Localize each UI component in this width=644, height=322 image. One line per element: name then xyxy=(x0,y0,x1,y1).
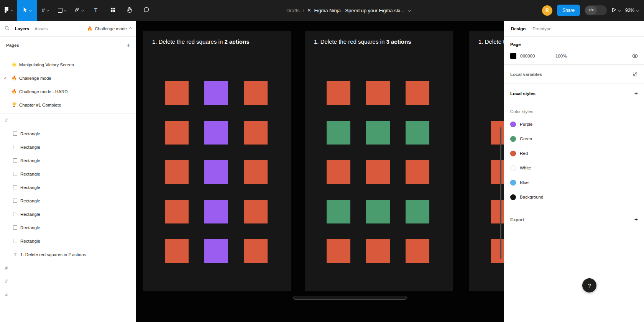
dev-mode-toggle[interactable]: </> xyxy=(585,5,607,15)
color-style-purple[interactable]: Purple xyxy=(510,117,638,131)
canvas-square-green[interactable] xyxy=(366,200,390,223)
tab-assets[interactable]: Assets xyxy=(34,26,48,31)
file-menu-chevron-icon[interactable] xyxy=(408,9,411,12)
chevron-down-icon[interactable] xyxy=(29,8,31,11)
horizontal-scrollbar[interactable] xyxy=(293,296,407,300)
share-button[interactable]: Share xyxy=(557,5,580,16)
actions-tool-button[interactable] xyxy=(104,0,121,21)
vertical-scrollbar[interactable] xyxy=(500,127,501,259)
canvas-square-red[interactable] xyxy=(244,239,268,263)
canvas-square-red[interactable] xyxy=(491,200,504,223)
canvas-square-red[interactable] xyxy=(165,239,189,263)
local-variables-section[interactable]: Local variables xyxy=(504,65,644,84)
chevron-down-icon[interactable] xyxy=(64,8,67,11)
layer-frame[interactable]: # xyxy=(0,113,136,127)
layer-rectangle[interactable]: Rectangle xyxy=(0,154,136,167)
layer-rectangle[interactable]: Rectangle xyxy=(0,234,136,248)
layer-rectangle[interactable]: Rectangle xyxy=(0,140,136,154)
canvas-square-purple[interactable] xyxy=(204,160,228,184)
canvas-square-red[interactable] xyxy=(244,200,268,223)
color-style-blue[interactable]: Blue xyxy=(510,175,638,190)
canvas-square-red[interactable] xyxy=(165,121,189,145)
layer-rectangle[interactable]: Rectangle xyxy=(0,167,136,181)
color-swatch[interactable] xyxy=(510,53,516,59)
canvas-square-red[interactable] xyxy=(366,81,390,105)
canvas-square-green[interactable] xyxy=(366,121,390,145)
canvas-square-purple[interactable] xyxy=(204,121,228,145)
page-item[interactable]: 🌟 Manipulating Victory Screen xyxy=(0,58,136,71)
canvas-square-red[interactable] xyxy=(366,160,390,184)
canvas-square-red[interactable] xyxy=(244,160,268,184)
canvas-square-green[interactable] xyxy=(406,200,429,223)
add-export-button[interactable]: + xyxy=(634,217,638,223)
text-tool-button[interactable]: T xyxy=(87,0,104,21)
color-style-green[interactable]: Green xyxy=(510,131,638,146)
hand-tool-button[interactable] xyxy=(121,0,138,21)
canvas-square-red[interactable] xyxy=(327,81,350,105)
canvas-square-red[interactable] xyxy=(491,160,504,184)
color-style-red[interactable]: Red xyxy=(510,146,638,161)
frame-2-actions[interactable]: 1. Delete the red squares in 2 actions xyxy=(143,31,291,291)
canvas-square-green[interactable] xyxy=(327,200,350,223)
tab-layers[interactable]: Layers xyxy=(15,26,29,31)
canvas-square-red[interactable] xyxy=(244,81,268,105)
page-item[interactable]: 🔥 Challenge mode - HARD xyxy=(0,85,136,98)
shape-tool-button[interactable] xyxy=(54,0,71,21)
canvas-square-red[interactable] xyxy=(327,239,350,263)
avatar[interactable]: R xyxy=(542,5,552,16)
canvas-square-green[interactable] xyxy=(327,121,350,145)
layer-rectangle[interactable]: Rectangle xyxy=(0,207,136,221)
chevron-down-icon[interactable] xyxy=(46,8,49,11)
layer-frame[interactable]: # xyxy=(0,261,136,274)
canvas[interactable]: 1. Delete the red squares in 2 actions 1… xyxy=(136,21,504,322)
canvas-square-red[interactable] xyxy=(491,121,504,145)
canvas-square-red[interactable] xyxy=(165,81,189,105)
add-page-button[interactable]: + xyxy=(127,42,130,48)
frame-tool-button[interactable]: # xyxy=(37,0,54,21)
layer-frame[interactable]: # xyxy=(0,274,136,288)
chevron-down-icon[interactable] xyxy=(618,9,621,12)
move-tool-button[interactable] xyxy=(17,0,37,21)
canvas-square-red[interactable] xyxy=(165,200,189,223)
comment-tool-button[interactable] xyxy=(138,0,155,21)
zoom-menu[interactable]: 92% xyxy=(625,8,639,13)
frame-title[interactable]: 1. Delete the red squares in 3 actions xyxy=(314,38,411,45)
frame-3-actions[interactable]: 1. Delete the red squares in 3 actions xyxy=(305,31,453,291)
pen-tool-button[interactable] xyxy=(71,0,87,21)
frame-title[interactable]: 1. Delete t xyxy=(478,38,504,45)
canvas-square-purple[interactable] xyxy=(204,81,228,105)
canvas-square-red[interactable] xyxy=(406,239,429,263)
color-style-white[interactable]: White xyxy=(510,161,638,175)
chevron-down-icon[interactable] xyxy=(81,8,84,11)
variables-sliders-icon[interactable] xyxy=(632,72,638,77)
search-icon[interactable] xyxy=(5,26,10,31)
page-item-selected[interactable]: ✓ 🔥 Challenge mode xyxy=(0,71,136,85)
canvas-square-red[interactable] xyxy=(366,239,390,263)
canvas-square-red[interactable] xyxy=(406,160,429,184)
frame-partial[interactable]: 1. Delete t xyxy=(469,31,504,291)
canvas-square-red[interactable] xyxy=(406,81,429,105)
canvas-square-green[interactable] xyxy=(406,121,429,145)
canvas-square-red[interactable] xyxy=(327,160,350,184)
tab-design[interactable]: Design xyxy=(511,26,526,31)
file-name[interactable]: Figma Ninja - Speed up your Figma ski... xyxy=(314,8,404,13)
project-name[interactable]: Drafts xyxy=(286,8,300,13)
layer-rectangle[interactable]: Rectangle xyxy=(0,221,136,234)
canvas-square-red[interactable] xyxy=(244,121,268,145)
page-color-hex[interactable]: 000000 xyxy=(520,54,545,58)
canvas-square-purple[interactable] xyxy=(204,200,228,223)
canvas-square-purple[interactable] xyxy=(204,239,228,263)
canvas-square-red[interactable] xyxy=(165,160,189,184)
present-button[interactable] xyxy=(611,7,621,14)
tab-prototype[interactable]: Prototype xyxy=(532,26,551,31)
visibility-eye-icon[interactable] xyxy=(632,54,638,58)
color-style-background[interactable]: Background xyxy=(510,190,638,204)
layer-rectangle[interactable]: Rectangle xyxy=(0,194,136,207)
layer-frame[interactable]: # xyxy=(0,288,136,301)
layer-text[interactable]: T 1. Delete red squares in 2 actions xyxy=(0,248,136,261)
help-button[interactable]: ? xyxy=(582,278,596,292)
page-color-opacity[interactable]: 100% xyxy=(555,54,567,58)
page-item[interactable]: Level 10 - Simple Movement xyxy=(0,54,136,58)
main-menu-button[interactable] xyxy=(0,0,17,21)
page-item[interactable]: 🏆 Chapter #1 Complete xyxy=(0,98,136,112)
